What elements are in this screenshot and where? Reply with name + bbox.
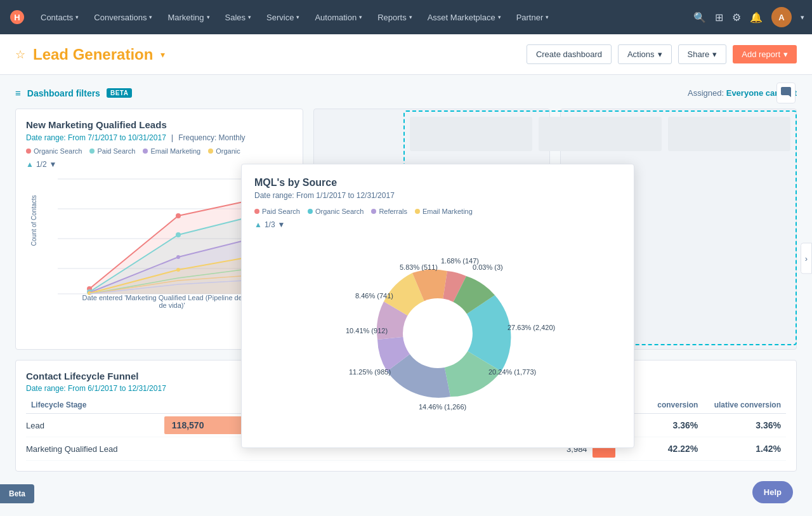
source-page-up-icon[interactable]: ▲ [254, 220, 262, 229]
source-page-down-icon[interactable]: ▼ [278, 220, 285, 229]
donut-label-11: 11.25% (985) [349, 368, 391, 376]
nav-reports[interactable]: Reports ▾ [371, 9, 419, 26]
donut-label-10: 10.41% (912) [346, 327, 388, 334]
page-up-icon[interactable]: ▲ [26, 160, 34, 169]
donut-label-5: 5.83% (511) [400, 263, 438, 271]
main-area: ≡ Dashboard filters BETA Assigned: Every… [0, 75, 812, 516]
nav-marketing[interactable]: Marketing ▾ [161, 9, 216, 26]
donut-label-0: 0.03% (3) [473, 263, 503, 271]
legend-organic-search: Organic Search [26, 147, 82, 155]
dashboard-filters-label[interactable]: Dashboard filters [27, 88, 100, 98]
filters-bar: ≡ Dashboard filters BETA Assigned: Every… [15, 88, 797, 98]
source-legend-referrals: Referrals [371, 208, 407, 215]
source-legend-email: Email Marketing [415, 208, 473, 215]
donut-label-14: 14.46% (1,266) [419, 403, 466, 411]
mql-stage-label: Marketing Qualified Lead [26, 437, 164, 461]
chevron-down-icon: ▾ [207, 14, 210, 20]
nav-right-actions: 🔍 ⊞ ⚙ 🔔 A ▾ [693, 7, 804, 27]
donut-label-20: 20.24% (1,773) [488, 368, 536, 376]
actions-chevron-icon: ▾ [658, 50, 662, 59]
svg-text:H: H [14, 13, 20, 22]
source-legend-organic: Organic Search [308, 208, 363, 215]
nav-conversations[interactable]: Conversations ▾ [88, 9, 159, 26]
chat-icon[interactable] [776, 83, 796, 103]
new-mql-title: New Marketing Qualified Leads [26, 119, 292, 130]
mql-y-axis-label: Count of Contacts [30, 195, 37, 246]
nav-asset-marketplace[interactable]: Asset Marketplace ▾ [421, 9, 508, 26]
donut-label-27: 27.63% (2,420) [508, 324, 555, 331]
hubspot-logo[interactable]: H [8, 8, 27, 27]
actions-button[interactable]: Actions ▾ [618, 44, 672, 64]
search-icon[interactable]: 🔍 [693, 11, 706, 23]
help-button[interactable]: Help [752, 481, 793, 503]
chevron-down-icon: ▾ [75, 14, 79, 20]
chevron-down-icon: ▾ [149, 14, 152, 20]
lifecycle-stage-header: Lifecycle Stage [26, 398, 164, 414]
add-report-button[interactable]: Add report ▾ [733, 45, 797, 63]
create-dashboard-button[interactable]: Create dashboard [527, 44, 612, 64]
mql-source-title: MQL's by Source [254, 177, 621, 189]
lead-cumulative: 3.36% [703, 414, 786, 437]
mql-frequency: Frequency: Monthly [178, 133, 245, 142]
filters-left: ≡ Dashboard filters BETA [15, 88, 132, 98]
lead-stage-label: Lead [26, 414, 164, 437]
chevron-down-icon: ▾ [546, 14, 549, 20]
chevron-down-icon: ▾ [359, 14, 362, 20]
title-dropdown-icon[interactable]: ▾ [160, 50, 165, 60]
nav-contacts[interactable]: Contacts ▾ [34, 9, 85, 26]
nav-partner[interactable]: Partner ▾ [510, 9, 556, 26]
mql-legend: Organic Search Paid Search Email Marketi… [26, 147, 292, 155]
mql-donut-chart: 27.63% (2,420) 20.24% (1,773) 14.46% (1,… [254, 232, 621, 435]
account-chevron-icon[interactable]: ▾ [801, 13, 804, 22]
chevron-down-icon: ▾ [248, 14, 251, 20]
add-report-chevron-icon: ▾ [783, 50, 788, 59]
beta-button[interactable]: Beta [0, 484, 34, 503]
mql-cumulative: 1.42% [703, 437, 786, 461]
mql-source-pagination: ▲ 1/3 ▼ [254, 220, 621, 229]
chevron-down-icon: ▾ [409, 14, 412, 20]
next-arrow-button[interactable]: › [801, 242, 812, 274]
cumulative-header: ulative conversion [703, 398, 786, 414]
notifications-icon[interactable]: 🔔 [750, 11, 763, 23]
top-navigation: H Contacts ▾ Conversations ▾ Marketing ▾… [0, 0, 812, 34]
page-title[interactable]: Lead Generation [33, 46, 153, 63]
beta-badge: BETA [107, 88, 132, 98]
donut-label-8: 8.46% (741) [355, 292, 393, 300]
mql-source-legend: Paid Search Organic Search Referrals Ema… [254, 208, 621, 215]
header-actions: Create dashboard Actions ▾ Share ▾ Add r… [527, 44, 797, 64]
chevron-down-icon: ▾ [296, 14, 299, 20]
mql-source-overlay-card: MQL's by Source Date range: From 1/1/201… [241, 164, 634, 448]
assigned-label: Assigned: [688, 88, 724, 98]
chevron-down-icon: ▾ [498, 14, 501, 20]
favorite-star-icon[interactable]: ☆ [15, 48, 25, 62]
share-button[interactable]: Share ▾ [678, 44, 727, 64]
page-header: ☆ Lead Generation ▾ Create dashboard Act… [0, 34, 812, 75]
user-avatar[interactable]: A [771, 7, 792, 27]
source-legend-paid: Paid Search [254, 208, 300, 215]
apps-icon[interactable]: ⊞ [715, 11, 723, 23]
nav-automation[interactable]: Automation ▾ [308, 9, 369, 26]
settings-icon[interactable]: ⚙ [732, 11, 741, 23]
nav-sales[interactable]: Sales ▾ [219, 9, 258, 26]
mql-source-date: Date range: From 1/1/2017 to 12/31/2017 [254, 191, 621, 200]
legend-paid-search: Paid Search [89, 147, 135, 155]
filter-icon[interactable]: ≡ [15, 88, 21, 98]
svg-point-27 [403, 298, 473, 368]
page-down-icon[interactable]: ▼ [49, 160, 57, 169]
mql-date-range: Date range: From 7/1/2017 to 10/31/2017 [26, 133, 166, 142]
legend-email-marketing: Email Marketing [143, 147, 200, 155]
legend-organic: Organic [208, 147, 240, 155]
nav-service[interactable]: Service ▾ [260, 9, 306, 26]
share-chevron-icon: ▾ [712, 50, 717, 59]
